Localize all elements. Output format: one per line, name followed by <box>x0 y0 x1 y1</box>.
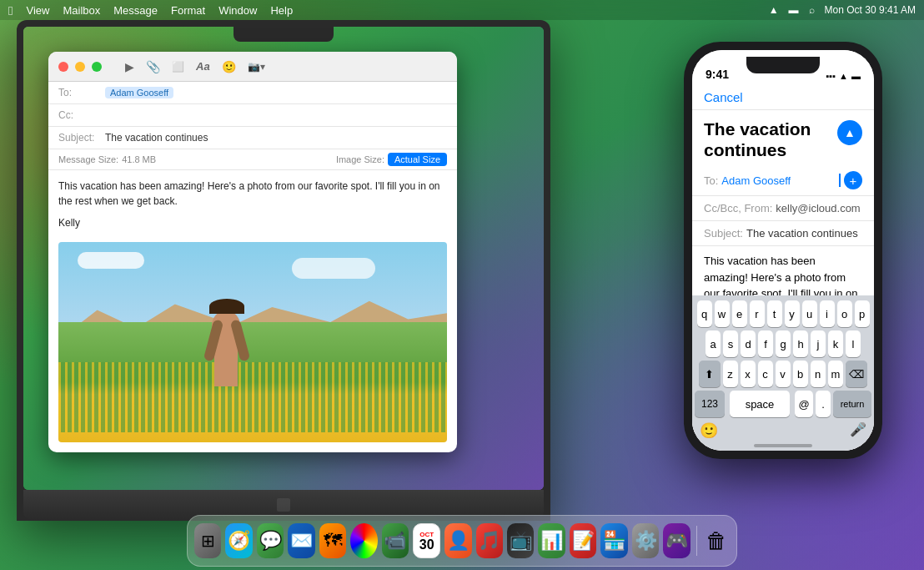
key-at[interactable]: @ <box>795 391 813 417</box>
mic-icon[interactable]: 🎤 <box>850 421 866 440</box>
key-l[interactable]: l <box>846 330 861 357</box>
dock-item-keynote[interactable]: 📝 <box>570 523 596 558</box>
key-j[interactable]: j <box>811 330 826 357</box>
subject-label: Subject: <box>58 132 100 144</box>
key-m[interactable]: m <box>828 361 844 387</box>
wifi-icon: ▲ <box>769 4 779 16</box>
dock-item-messages[interactable]: 💬 <box>257 523 284 558</box>
dock-item-calendar[interactable]: OCT30 <box>413 523 440 558</box>
iphone-to-value[interactable]: Adam Gooseff <box>721 174 836 187</box>
iphone-subject-label: Subject: <box>704 227 743 240</box>
key-o[interactable]: o <box>837 300 852 327</box>
dock-item-gamecontroller[interactable]: 🎮 <box>663 523 690 558</box>
paperclip-icon[interactable]: 📎 <box>146 60 160 73</box>
cc-field[interactable]: Cc: <box>48 104 457 127</box>
key-v[interactable]: v <box>776 361 791 387</box>
iphone-frame: 9:41 ▪▪▪ ▲ ▬ Cancel The vacation continu… <box>684 42 882 459</box>
key-dot[interactable]: . <box>816 391 831 417</box>
dock-item-contacts[interactable]: 👤 <box>444 523 471 558</box>
key-t[interactable]: t <box>767 300 782 327</box>
keyboard-row-1: q w e r t y u i o p <box>695 300 871 327</box>
iphone-subject-field[interactable]: Subject: The vacation continues <box>692 221 874 246</box>
key-q[interactable]: q <box>697 300 712 327</box>
menubar-right: ▲ ▬ ⌕ Mon Oct 30 9:41 AM <box>769 4 916 16</box>
dock-item-trash[interactable]: 🗑 <box>703 523 730 558</box>
emoji-keyboard-icon[interactable]: 🙂 <box>700 421 718 440</box>
key-p[interactable]: p <box>855 300 870 327</box>
key-return[interactable]: return <box>833 391 871 417</box>
dock-item-photos[interactable] <box>350 523 377 558</box>
dock-item-systemprefs[interactable]: ⚙️ <box>632 523 659 558</box>
photo-attach-icon[interactable]: 📷▾ <box>248 61 265 73</box>
menubar-help[interactable]: Help <box>270 4 293 17</box>
window-icon[interactable]: ⬜ <box>172 61 184 73</box>
close-button[interactable] <box>58 62 68 72</box>
iphone-ccbcc-label: Cc/Bcc, From: <box>704 202 772 214</box>
subject-value: The vacation continues <box>105 132 208 144</box>
menubar:  View Mailbox Message Format Window Hel… <box>0 0 924 20</box>
key-f[interactable]: f <box>758 330 773 357</box>
key-num[interactable]: 123 <box>695 391 725 417</box>
format-text-icon[interactable]: Aa <box>196 60 210 73</box>
dock-item-maps[interactable]: 🗺 <box>319 523 346 558</box>
status-time: 9:41 <box>706 68 729 81</box>
key-w[interactable]: w <box>715 300 730 327</box>
key-i[interactable]: i <box>820 300 835 327</box>
key-g[interactable]: g <box>776 330 791 357</box>
image-size-label: Image Size: <box>336 154 384 164</box>
key-shift[interactable]: ⬆ <box>699 361 721 387</box>
key-u[interactable]: u <box>802 300 817 327</box>
key-r[interactable]: r <box>750 300 765 327</box>
keyboard-row-2: a s d f g h j k l <box>695 330 871 357</box>
menubar-format[interactable]: Format <box>171 4 205 17</box>
dock-item-music[interactable]: 🎵 <box>476 523 503 558</box>
dock-item-facetime[interactable]: 📹 <box>382 523 409 558</box>
add-contact-button[interactable]: + <box>844 171 862 189</box>
search-icon[interactable]: ⌕ <box>809 4 815 16</box>
key-z[interactable]: z <box>723 361 738 387</box>
menubar-mailbox[interactable]: Mailbox <box>63 4 100 17</box>
cc-label: Cc: <box>58 109 100 121</box>
key-space[interactable]: space <box>730 391 790 417</box>
iphone-to-field[interactable]: To: Adam Gooseff + <box>692 165 874 196</box>
key-a[interactable]: a <box>706 330 721 357</box>
key-e[interactable]: e <box>732 300 747 327</box>
dock-item-tv[interactable]: 📺 <box>507 523 534 558</box>
dock-item-numbers[interactable]: 📊 <box>538 523 565 558</box>
compose-form: To: Adam Gooseff Cc: Subject: The vacati… <box>48 82 457 442</box>
menubar-message[interactable]: Message <box>113 4 158 17</box>
actual-size-button[interactable]: Actual Size <box>388 153 447 166</box>
key-b[interactable]: b <box>793 361 808 387</box>
key-h[interactable]: h <box>793 330 808 357</box>
dock-item-launchpad[interactable]: ⊞ <box>194 523 221 558</box>
menubar-view[interactable]: View <box>26 4 49 17</box>
iphone-send-button[interactable]: ▲ <box>837 120 862 145</box>
dock-item-mail[interactable]: ✉️ <box>288 523 314 558</box>
dock-item-safari[interactable]: 🧭 <box>225 523 252 558</box>
to-label: To: <box>58 87 100 98</box>
send-icon[interactable]: ▶ <box>125 60 134 73</box>
menubar-window[interactable]: Window <box>218 4 257 17</box>
to-field[interactable]: To: Adam Gooseff <box>48 82 457 104</box>
to-value[interactable]: Adam Gooseff <box>105 87 173 98</box>
key-s[interactable]: s <box>723 330 738 357</box>
cancel-button[interactable]: Cancel <box>704 90 743 104</box>
dock-item-appstore[interactable]: 🏪 <box>600 523 627 558</box>
emoji-icon[interactable]: 🙂 <box>222 60 236 73</box>
key-x[interactable]: x <box>741 361 756 387</box>
key-y[interactable]: y <box>785 300 800 327</box>
compose-body-text[interactable]: This vacation has been amazing! Here's a… <box>48 170 457 239</box>
subject-field[interactable]: Subject: The vacation continues <box>48 127 457 149</box>
dock: ⊞ 🧭 💬 ✉️ 🗺 📹 OCT30 👤 🎵 📺 📊 📝 🏪 ⚙️ 🎮 🗑 <box>187 515 737 567</box>
key-backspace[interactable]: ⌫ <box>846 361 867 387</box>
maximize-button[interactable] <box>92 62 102 72</box>
minimize-button[interactable] <box>75 62 85 72</box>
iphone-ccbcc-field[interactable]: Cc/Bcc, From: kelly@icloud.com <box>692 196 874 221</box>
key-c[interactable]: c <box>758 361 773 387</box>
apple-menu[interactable]:  <box>8 3 13 18</box>
keyboard-row-4: 123 space @ . return <box>695 391 871 417</box>
key-d[interactable]: d <box>741 330 756 357</box>
macbook-notch <box>234 27 334 42</box>
key-k[interactable]: k <box>828 330 843 357</box>
key-n[interactable]: n <box>811 361 826 387</box>
